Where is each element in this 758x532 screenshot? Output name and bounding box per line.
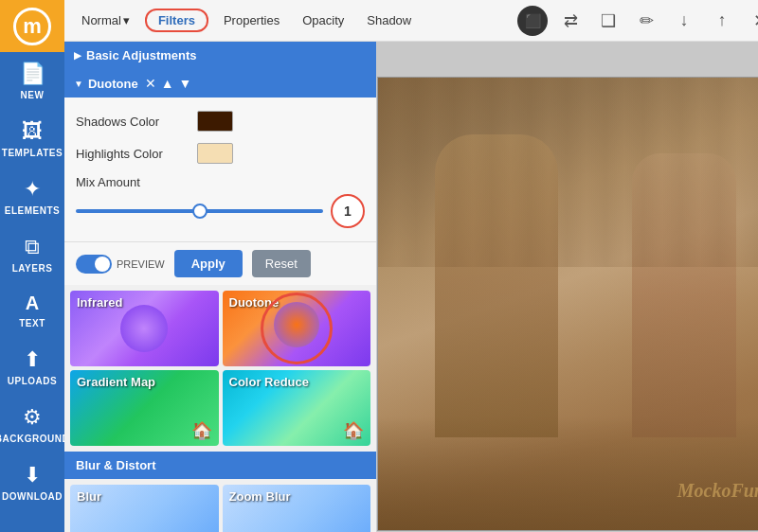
apply-button[interactable]: Apply — [174, 250, 243, 277]
filters-tab[interactable]: Filters — [145, 9, 208, 32]
download-icon: ⬇ — [24, 463, 41, 488]
filter-thumb-infrared[interactable]: Infrared — [70, 291, 219, 366]
normal-dropdown[interactable]: Normal ▾ — [74, 9, 137, 31]
uploads-icon: ⬆ — [24, 347, 41, 372]
blur-section-header[interactable]: Blur & Distort — [64, 452, 376, 479]
color-controls: Shadows Color Highlights Color Mix Amoun… — [64, 98, 376, 242]
duotone-up-btn[interactable]: ▲ — [161, 76, 174, 91]
delete-btn[interactable]: ✕ — [745, 6, 758, 36]
mix-amount-value: 1 — [331, 194, 365, 228]
fill-icon: ⬛ — [525, 13, 541, 28]
sidebar-item-layers[interactable]: ⧉ LAYERS — [0, 225, 64, 283]
elements-icon: ✦ — [24, 177, 41, 202]
mix-amount-slider[interactable] — [76, 209, 323, 213]
duotone-header: ▼ Duotone ✕ ▲ ▼ — [64, 69, 376, 98]
duotone-close-btn[interactable]: ✕ — [145, 76, 156, 91]
reset-button[interactable]: Reset — [252, 250, 311, 277]
zoom-blur-label: Zoom Blur — [229, 489, 291, 504]
sidebar-item-background[interactable]: ⚙ BACKGROUND — [0, 396, 64, 453]
watermark: MockoFun — [677, 480, 758, 502]
dropdown-arrow: ▾ — [123, 13, 130, 27]
color-reduce-label: Color Reduce — [229, 375, 310, 389]
preview-toggle: PREVIEW — [76, 255, 165, 274]
gradient-map-label: Gradient Map — [77, 375, 155, 389]
slider-container: 1 — [76, 194, 365, 228]
filter-thumb-duotone: Duotone — [223, 291, 371, 366]
sidebar: m 📄 NEW 🖼 TEMPLATES ✦ ELEMENTS ⧉ LAYERS … — [0, 0, 64, 532]
basic-adjustments-header[interactable]: ▶ Basic Adjustments — [64, 42, 376, 69]
filter-thumb-zoom-blur[interactable]: Zoom Blur — [223, 485, 371, 532]
filter-grid: Infrared Duotone Gradient Map 🏠 — [64, 285, 376, 452]
sidebar-item-elements[interactable]: ✦ ELEMENTS — [0, 168, 64, 225]
duplicate-btn[interactable]: ❑ — [593, 6, 623, 36]
sidebar-item-new[interactable]: 📄 NEW — [0, 52, 64, 110]
color-fill-btn[interactable]: ⬛ — [517, 6, 548, 36]
duotone-label: Duotone — [88, 77, 138, 91]
delete-icon: ✕ — [753, 10, 759, 31]
highlights-color-swatch[interactable] — [197, 143, 233, 164]
main-content: Normal ▾ Filters Properties Opacity Shad… — [64, 0, 758, 532]
flip-h-icon: ⇄ — [564, 10, 578, 31]
content-area: ▶ Basic Adjustments ▼ Duotone ✕ ▲ ▼ Shad… — [64, 42, 758, 532]
properties-btn[interactable]: Properties — [216, 9, 287, 31]
sidebar-item-download[interactable]: ⬇ DOWNLOAD — [0, 453, 64, 511]
sidebar-item-templates[interactable]: 🖼 TEMPLATES — [0, 110, 64, 168]
background-icon: ⚙ — [23, 405, 42, 430]
filter-panel: ▶ Basic Adjustments ▼ Duotone ✕ ▲ ▼ Shad… — [64, 42, 377, 532]
templates-icon: 🖼 — [22, 119, 43, 144]
shadows-row: Shadows Color — [76, 105, 365, 137]
canvas-area: MockoFun — [377, 42, 758, 532]
move-up-icon: ↑ — [718, 10, 727, 30]
expand-icon: ▶ — [74, 50, 81, 61]
shadow-btn[interactable]: Shadow — [359, 9, 419, 31]
flip-h-btn[interactable]: ⇄ — [555, 6, 586, 36]
duotone-thumb-label: Duotone — [229, 295, 280, 310]
top-toolbar: Normal ▾ Filters Properties Opacity Shad… — [64, 0, 758, 42]
mix-amount-row: Mix Amount 1 — [76, 169, 365, 234]
filter-thumb-blur[interactable]: Blur — [70, 485, 219, 532]
filter-thumb-duotone-wrapper[interactable]: Duotone — [223, 291, 371, 366]
edit-btn[interactable]: ✏ — [631, 6, 661, 36]
new-icon: 📄 — [20, 62, 45, 86]
shadows-color-swatch[interactable] — [197, 111, 233, 132]
move-down-icon: ↓ — [680, 10, 689, 30]
shadows-label: Shadows Color — [76, 115, 190, 129]
opacity-btn[interactable]: Opacity — [295, 9, 352, 31]
logo[interactable]: m — [0, 0, 64, 52]
photo-canvas: MockoFun — [377, 77, 758, 531]
duotone-down-btn[interactable]: ▼ — [178, 76, 191, 91]
blur-filter-grid: Blur Zoom Blur — [64, 479, 376, 532]
filter-thumb-gradient-map[interactable]: Gradient Map 🏠 — [70, 370, 219, 446]
filter-thumb-color-reduce[interactable]: Color Reduce 🏠 — [223, 370, 371, 446]
text-icon: A — [26, 293, 39, 314]
color-reduce-icon: 🏠 — [343, 420, 364, 441]
logo-circle: m — [13, 8, 51, 45]
infrared-label: Infrared — [77, 295, 122, 310]
controls-row: PREVIEW Apply Reset — [64, 242, 376, 285]
sidebar-item-uploads[interactable]: ⬆ UPLOADS — [0, 338, 64, 396]
duotone-expand-icon: ▼ — [74, 79, 83, 89]
sepia-overlay — [378, 78, 758, 530]
mix-amount-label: Mix Amount — [76, 175, 365, 189]
layers-icon: ⧉ — [25, 235, 40, 259]
preview-label: PREVIEW — [117, 258, 165, 270]
highlights-row: Highlights Color — [76, 137, 365, 169]
move-up-btn[interactable]: ↑ — [707, 6, 737, 36]
blur-label: Blur — [77, 489, 101, 504]
gradient-map-icon: 🏠 — [191, 420, 212, 441]
duplicate-icon: ❑ — [601, 10, 616, 31]
preview-switch[interactable] — [76, 255, 112, 274]
highlights-label: Highlights Color — [76, 147, 190, 161]
move-down-btn[interactable]: ↓ — [669, 6, 699, 36]
sidebar-item-text[interactable]: A TEXT — [0, 283, 64, 338]
toggle-knob — [95, 257, 110, 272]
edit-icon: ✏ — [640, 10, 654, 31]
